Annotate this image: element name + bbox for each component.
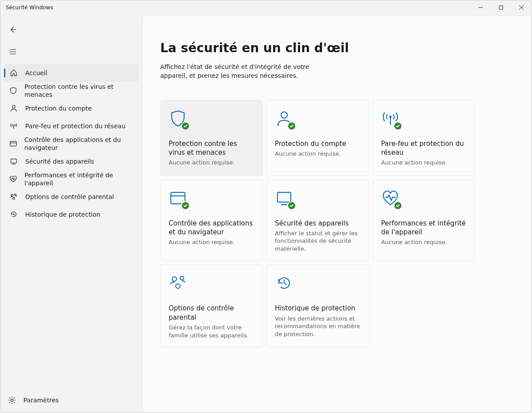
svg-rect-23 bbox=[278, 192, 291, 202]
svg-point-27 bbox=[176, 284, 180, 288]
tile-family[interactable]: Options de contrôle parental Gérez la fa… bbox=[160, 264, 263, 348]
check-badge-icon bbox=[181, 201, 190, 210]
shield-icon bbox=[9, 86, 17, 95]
svg-point-15 bbox=[15, 194, 16, 196]
window-controls bbox=[470, 0, 532, 15]
svg-point-7 bbox=[12, 105, 15, 108]
svg-point-8 bbox=[13, 125, 14, 126]
svg-rect-1 bbox=[499, 6, 503, 9]
titlebar: Sécurité Windows bbox=[0, 0, 532, 15]
sidebar-item-label: Protection contre les virus et menaces bbox=[24, 83, 133, 99]
tile-status: Gérez la façon dont votre famille utilis… bbox=[169, 324, 254, 339]
sidebar-item-device[interactable]: Sécurité des appareils bbox=[4, 153, 139, 170]
heart-icon bbox=[9, 175, 17, 184]
tile-title: Pare-feu et protection du réseau bbox=[381, 139, 467, 157]
home-icon bbox=[9, 69, 18, 77]
svg-point-18 bbox=[281, 112, 287, 118]
tile-title: Sécurité des appareils bbox=[275, 219, 361, 228]
svg-point-25 bbox=[172, 277, 177, 281]
check-badge-icon bbox=[287, 122, 296, 130]
device-icon bbox=[275, 189, 296, 210]
family-icon bbox=[169, 274, 190, 295]
antenna-icon bbox=[9, 122, 18, 130]
svg-point-16 bbox=[13, 197, 15, 199]
history-icon bbox=[275, 274, 296, 295]
tile-performance[interactable]: Performances et intégrité de l'appareil … bbox=[373, 180, 475, 261]
shield-icon bbox=[169, 109, 190, 130]
sidebar-item-label: Paramètres bbox=[23, 396, 59, 404]
page-title: La sécurité en un clin d'œil bbox=[160, 41, 531, 55]
tile-title: Contrôle des applications et du navigate… bbox=[169, 219, 254, 237]
sidebar-item-label: Options de contrôle parental bbox=[25, 193, 114, 201]
page-subtitle: Affichez l'état de sécurité et d'intégri… bbox=[160, 62, 337, 80]
sidebar: Accueil Protection contre les virus et m… bbox=[0, 15, 142, 413]
person-icon bbox=[275, 109, 296, 130]
tile-status: Afficher le statut et gérer les fonction… bbox=[275, 229, 361, 253]
svg-point-14 bbox=[11, 194, 13, 196]
sidebar-item-label: Accueil bbox=[25, 69, 47, 77]
sidebar-item-family[interactable]: Options de contrôle parental bbox=[4, 188, 139, 206]
tile-title: Options de contrôle parental bbox=[169, 304, 254, 322]
maximize-button[interactable] bbox=[491, 0, 511, 15]
sidebar-item-virus[interactable]: Protection contre les virus et menaces bbox=[4, 82, 139, 99]
gear-icon bbox=[8, 396, 16, 405]
window-icon bbox=[169, 189, 190, 210]
window-title: Sécurité Windows bbox=[6, 4, 470, 11]
sidebar-item-firewall[interactable]: Pare-feu et protection du réseau bbox=[4, 117, 139, 135]
tile-status: Aucune action requise. bbox=[169, 159, 254, 167]
main-content: La sécurité en un clin d'œil Affichez l'… bbox=[142, 15, 532, 413]
tile-status: Aucune action requise. bbox=[169, 238, 254, 246]
tile-title: Historique de protection bbox=[275, 304, 361, 313]
svg-rect-10 bbox=[10, 141, 16, 146]
svg-point-26 bbox=[180, 276, 184, 280]
check-badge-icon bbox=[393, 122, 402, 130]
tile-title: Protection contre les virus et menaces bbox=[169, 139, 254, 157]
sidebar-item-performance[interactable]: Performances et intégrité de l'appareil bbox=[4, 170, 139, 188]
svg-point-19 bbox=[389, 115, 392, 118]
sidebar-item-account[interactable]: Protection du compte bbox=[4, 99, 139, 117]
menu-button[interactable] bbox=[4, 44, 22, 60]
tile-status: Aucune action requise. bbox=[275, 150, 361, 158]
tile-status: Voir les dernières actions et recommanda… bbox=[275, 315, 361, 338]
tile-grid: Protection contre les virus et menaces A… bbox=[160, 100, 531, 348]
tile-status: Aucune action requise. bbox=[381, 238, 467, 246]
antenna-icon bbox=[381, 109, 402, 130]
svg-point-17 bbox=[11, 399, 13, 401]
tile-title: Performances et intégrité de l'appareil bbox=[381, 219, 467, 237]
window-icon bbox=[9, 139, 17, 148]
tile-title: Protection du compte bbox=[275, 139, 361, 148]
sidebar-item-settings[interactable]: Paramètres bbox=[2, 391, 140, 409]
tile-app-browser[interactable]: Contrôle des applications et du navigate… bbox=[160, 180, 263, 261]
back-button[interactable] bbox=[4, 22, 22, 38]
person-icon bbox=[9, 104, 18, 113]
tile-history[interactable]: Historique de protection Voir les derniè… bbox=[266, 264, 369, 348]
sidebar-item-label: Sécurité des appareils bbox=[25, 157, 94, 165]
sidebar-item-label: Pare-feu et protection du réseau bbox=[25, 122, 126, 130]
sidebar-item-label: Protection du compte bbox=[25, 104, 92, 112]
sidebar-item-label: Contrôle des applications et du navigate… bbox=[24, 136, 133, 152]
check-badge-icon bbox=[181, 122, 190, 130]
sidebar-item-history[interactable]: Historique de protection bbox=[4, 206, 139, 223]
minimize-button[interactable] bbox=[470, 0, 491, 15]
device-icon bbox=[9, 157, 18, 166]
history-icon bbox=[9, 210, 18, 219]
check-badge-icon bbox=[393, 201, 402, 210]
tile-status: Aucune action requise. bbox=[381, 159, 467, 167]
sidebar-item-label: Performances et intégrité de l'appareil bbox=[24, 171, 133, 187]
tile-virus[interactable]: Protection contre les virus et menaces A… bbox=[160, 100, 263, 176]
tile-account[interactable]: Protection du compte Aucune action requi… bbox=[266, 100, 369, 176]
family-icon bbox=[9, 192, 18, 201]
sidebar-item-label: Historique de protection bbox=[25, 210, 100, 218]
tile-device[interactable]: Sécurité des appareils Afficher le statu… bbox=[266, 180, 369, 261]
close-button[interactable] bbox=[511, 0, 532, 15]
sidebar-item-app-browser[interactable]: Contrôle des applications et du navigate… bbox=[4, 135, 139, 153]
tile-firewall[interactable]: Pare-feu et protection du réseau Aucune … bbox=[373, 100, 475, 176]
sidebar-item-home[interactable]: Accueil bbox=[4, 64, 139, 82]
svg-rect-12 bbox=[11, 159, 17, 163]
check-badge-icon bbox=[287, 201, 296, 210]
heart-icon bbox=[381, 189, 402, 210]
